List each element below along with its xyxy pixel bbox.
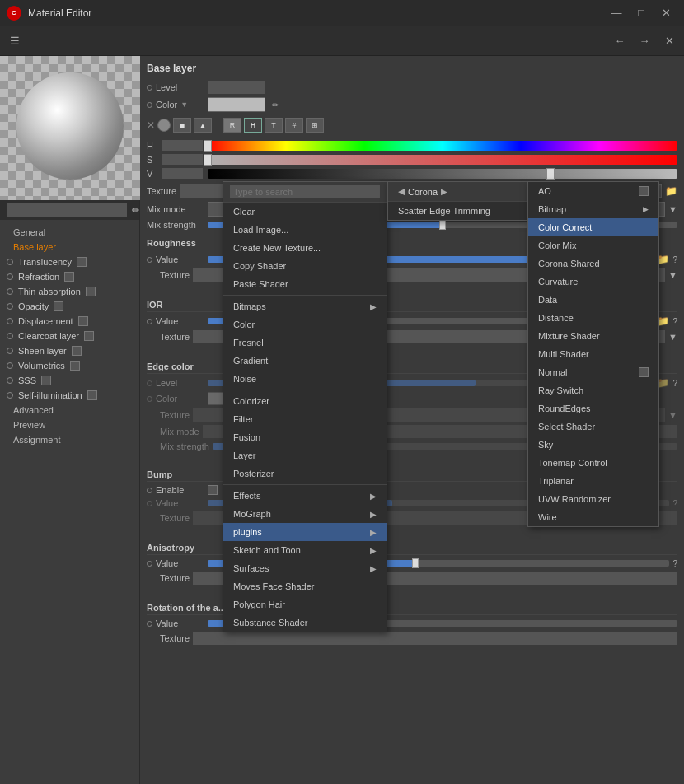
opacity-checkbox[interactable] <box>54 301 63 311</box>
bump-help-icon[interactable]: ? <box>672 499 677 508</box>
sidebar-item-clearcoat[interactable]: Clearcoat layer <box>0 329 139 343</box>
close-button[interactable]: ✕ <box>654 5 677 21</box>
r-channel-btn[interactable]: R <box>223 118 241 133</box>
self-illumination-checkbox[interactable] <box>87 390 97 400</box>
t-channel-btn[interactable]: T <box>265 118 283 133</box>
menu-item-mixture-shader[interactable]: Mixture Shader <box>528 327 658 345</box>
menu-item-corona-shared[interactable]: Corona Shared <box>528 254 658 273</box>
maximize-button[interactable]: □ <box>630 5 653 21</box>
square-picker-btn[interactable]: ■ <box>173 118 191 133</box>
menu-item-color-correct[interactable]: Color Correct <box>528 218 658 236</box>
hamburger-menu-button[interactable]: ☰ <box>3 30 26 52</box>
roughness-help-icon[interactable]: ? <box>672 255 677 264</box>
sidebar-item-translucency[interactable]: Translucency <box>0 254 139 269</box>
v-value-input[interactable]: 73.5357 % <box>162 168 203 179</box>
menu-item-create-new-texture[interactable]: Create New Texture... <box>223 239 387 257</box>
sidebar-item-base-layer[interactable]: Base layer <box>0 240 139 254</box>
s-slider-thumb[interactable] <box>204 154 212 166</box>
menu-item-surfaces[interactable]: Surfaces ▶ <box>223 559 387 577</box>
roughness-texture-arrow[interactable]: ▼ <box>668 270 677 280</box>
color-edit-pencil[interactable]: ✏ <box>272 100 279 110</box>
menu-item-gradient[interactable]: Gradient <box>223 352 387 370</box>
sidebar-item-general[interactable]: General <box>0 225 139 240</box>
sidebar-item-sss[interactable]: SSS <box>0 373 139 388</box>
rotation-texture-input[interactable] <box>193 632 677 645</box>
menu-item-select-shader[interactable]: Select Shader <box>528 418 658 436</box>
menu-item-sky[interactable]: Sky <box>528 436 658 454</box>
menu-item-curvature[interactable]: Curvature <box>528 273 658 291</box>
anisotropy-thumb[interactable] <box>412 558 419 568</box>
nav-back-button[interactable]: ← <box>608 30 631 52</box>
menu-item-substance-shader[interactable]: Substance Shader <box>223 614 387 632</box>
menu-item-tonemap-control[interactable]: Tonemap Control <box>528 454 658 472</box>
v-slider-thumb[interactable] <box>546 168 555 180</box>
ior-help-icon[interactable]: ? <box>672 317 677 326</box>
menu-item-color-mix[interactable]: Color Mix <box>528 236 658 254</box>
s-slider-track[interactable] <box>208 155 677 165</box>
s-value-input[interactable]: 0 % <box>162 154 203 165</box>
minimize-button[interactable]: — <box>605 5 628 21</box>
menu-item-distance[interactable]: Distance <box>528 309 658 327</box>
sidebar-item-self-illumination[interactable]: Self-illumination <box>0 388 139 403</box>
h-slider-track[interactable] <box>208 141 677 151</box>
nav-close-button[interactable]: ✕ <box>658 30 681 52</box>
menu-item-fusion[interactable]: Fusion <box>223 428 387 446</box>
menu-item-fresnel[interactable]: Fresnel <box>223 334 387 352</box>
menu-item-moves-face-shader[interactable]: Moves Face Shader <box>223 577 387 595</box>
material-name-input[interactable]: Physical.2 <box>7 203 127 217</box>
anisotropy-help-icon[interactable]: ? <box>672 559 677 568</box>
menu-item-multi-shader[interactable]: Multi Shader <box>528 345 658 363</box>
sidebar-item-preview[interactable]: Preview <box>0 418 139 432</box>
sidebar-item-assignment[interactable]: Assignment <box>0 432 139 447</box>
color-dropdown-arrow[interactable]: ▼ <box>180 100 188 109</box>
sidebar-item-refraction[interactable]: Refraction <box>0 269 139 284</box>
grid-btn[interactable]: ⊞ <box>306 118 324 133</box>
menu-item-load-image[interactable]: Load Image... <box>223 221 387 239</box>
thin-absorption-checkbox[interactable] <box>86 287 96 296</box>
sidebar-item-volumetrics[interactable]: Volumetrics <box>0 358 139 373</box>
hash-btn[interactable]: # <box>285 118 303 133</box>
menu-item-normal[interactable]: Normal <box>528 363 658 381</box>
menu-item-effects[interactable]: Effects ▶ <box>223 487 387 505</box>
sss-checkbox[interactable] <box>41 376 51 385</box>
volumetrics-checkbox[interactable] <box>70 361 80 371</box>
circle-picker-btn[interactable] <box>157 119 171 132</box>
menu-item-copy-shader[interactable]: Copy Shader <box>223 257 387 275</box>
menu-item-plugins[interactable]: plugins ▶ <box>223 523 387 541</box>
mix-mode-arrow[interactable]: ▼ <box>668 204 677 214</box>
displacement-checkbox[interactable] <box>78 316 88 326</box>
bump-enable-checkbox[interactable] <box>208 485 218 495</box>
menu-item-wire[interactable]: Wire <box>528 508 658 526</box>
sidebar-item-thin-absorption[interactable]: Thin absorption <box>0 284 139 299</box>
menu-item-paste-shader[interactable]: Paste Shader <box>223 275 387 293</box>
menu-item-filter[interactable]: Filter <box>223 410 387 428</box>
menu-item-bitmap[interactable]: Bitmap ▶ <box>528 200 658 218</box>
sidebar-item-opacity[interactable]: Opacity <box>0 299 139 314</box>
level-input[interactable]: 100 % <box>208 81 265 94</box>
v-slider-track[interactable] <box>208 169 677 179</box>
menu-item-colorizer[interactable]: Colorizer <box>223 392 387 410</box>
sidebar-item-displacement[interactable]: Displacement <box>0 314 139 329</box>
nav-forward-button[interactable]: → <box>633 30 656 52</box>
menu-item-clear[interactable]: Clear <box>223 203 387 221</box>
sidebar-item-advanced[interactable]: Advanced <box>0 403 139 418</box>
menu-item-ao[interactable]: AO <box>528 182 658 200</box>
menu-item-mograph[interactable]: MoGraph ▶ <box>223 505 387 523</box>
ior-texture-arrow[interactable]: ▼ <box>668 332 677 342</box>
texture-folder-icon[interactable]: 📁 <box>665 185 677 197</box>
menu-item-noise[interactable]: Noise <box>223 370 387 388</box>
menu-item-bitmaps[interactable]: Bitmaps ▶ <box>223 297 387 315</box>
h-slider-thumb[interactable] <box>204 140 212 152</box>
refraction-checkbox[interactable] <box>64 272 74 282</box>
menu-item-color[interactable]: Color <box>223 315 387 334</box>
corona-back-arrow[interactable]: ◀ <box>398 186 405 197</box>
edit-pencil-icon[interactable]: ✏ <box>132 205 139 216</box>
menu-item-data[interactable]: Data <box>528 291 658 309</box>
menu-item-posterizer[interactable]: Posterizer <box>223 464 387 483</box>
color-swatch[interactable] <box>208 97 265 112</box>
menu-item-triplanar[interactable]: Triplanar <box>528 472 658 490</box>
triangle-picker-btn[interactable]: ▲ <box>194 118 212 133</box>
edge-texture-arrow[interactable]: ▼ <box>668 410 677 420</box>
menu-item-uvw-randomizer[interactable]: UVW Randomizer <box>528 490 658 508</box>
close-picker-icon[interactable]: ✕ <box>147 119 155 131</box>
